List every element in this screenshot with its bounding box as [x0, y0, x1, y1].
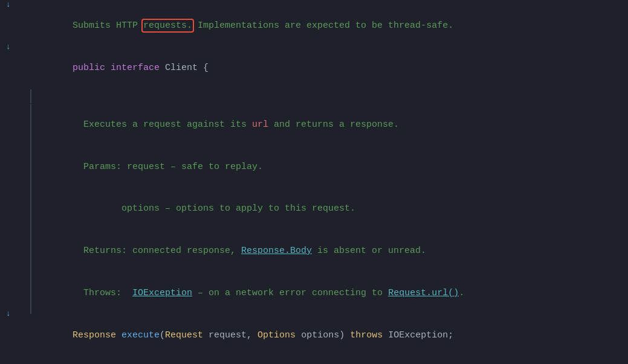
throws-keyword: throws: [350, 330, 383, 340]
doc-text-8a: Throws:: [83, 288, 132, 298]
line-content-4: Executes a request against its url and r…: [30, 104, 628, 146]
gutter-icon-2: ↓: [6, 41, 11, 53]
doc-requests-highlight: requests.: [143, 21, 192, 31]
keyword-public: public: [73, 63, 105, 73]
line-content-7: Returns: connected response, Response.Bo…: [30, 230, 628, 272]
type-options: Options: [257, 330, 296, 340]
line-content-1: Submits HTTP requests. Implementations a…: [30, 5, 628, 47]
line-content-8: Throws: IOException – on a network error…: [30, 272, 628, 315]
code-line-5: Params: request – safe to replay.: [0, 145, 628, 188]
doc-text-1a: Submits HTTP: [73, 21, 143, 31]
line-content-9: Response execute(Request request, Option…: [30, 314, 628, 356]
code-line-9: ↓ Response execute(Request request, Opti…: [0, 314, 628, 356]
code-line-3: [0, 89, 628, 104]
code-line-7: Returns: connected response, Response.Bo…: [0, 230, 628, 272]
doc-text-6: options – options to apply to this reque…: [83, 203, 355, 214]
doc-text-8b: – on a network error connecting to: [192, 288, 388, 298]
doc-link-ioexception: IOException: [132, 288, 192, 298]
line-content-6: options – options to apply to this reque…: [30, 188, 628, 230]
code-line-8: Throws: IOException – on a network error…: [0, 272, 628, 315]
doc-text-8c: .: [459, 288, 464, 298]
doc-text-5: Params: request – safe to replay.: [83, 162, 263, 172]
code-line-4: Executes a request against its url and r…: [0, 104, 628, 146]
code-line-2: ↓ public interface Client {: [0, 47, 628, 89]
type-request: Request: [165, 330, 203, 340]
doc-link-response-body: Response.Body: [241, 246, 312, 256]
keyword-interface: interface: [111, 63, 160, 73]
type-response: Response: [73, 330, 116, 340]
line-content-10: [30, 356, 628, 364]
code-line-1: ↓ Submits HTTP requests. Implementations…: [0, 5, 628, 47]
doc-link-request-url: Request.url(): [388, 288, 459, 298]
code-editor: ↓ Submits HTTP requests. Implementations…: [0, 0, 628, 364]
code-line-6: options – options to apply to this reque…: [0, 188, 628, 230]
doc-text-4a: Executes a request against its: [83, 120, 252, 130]
gutter-icon-1: ↓: [6, 0, 11, 11]
doc-text-7a: Returns: connected response,: [83, 246, 241, 256]
gutter-icon-9: ↓: [6, 308, 11, 320]
method-execute: execute: [121, 330, 160, 340]
line-content-5: Params: request – safe to replay.: [30, 145, 628, 188]
doc-code-url: url: [252, 120, 268, 130]
code-line-10: [0, 356, 628, 364]
doc-text-7b: is absent or unread.: [312, 246, 426, 256]
line-content-2: public interface Client {: [30, 47, 628, 89]
doc-text-1b: Implementations are expected to be threa…: [192, 21, 453, 31]
doc-text-4b: and returns a response.: [268, 120, 399, 130]
line-content-3: [30, 89, 628, 103]
